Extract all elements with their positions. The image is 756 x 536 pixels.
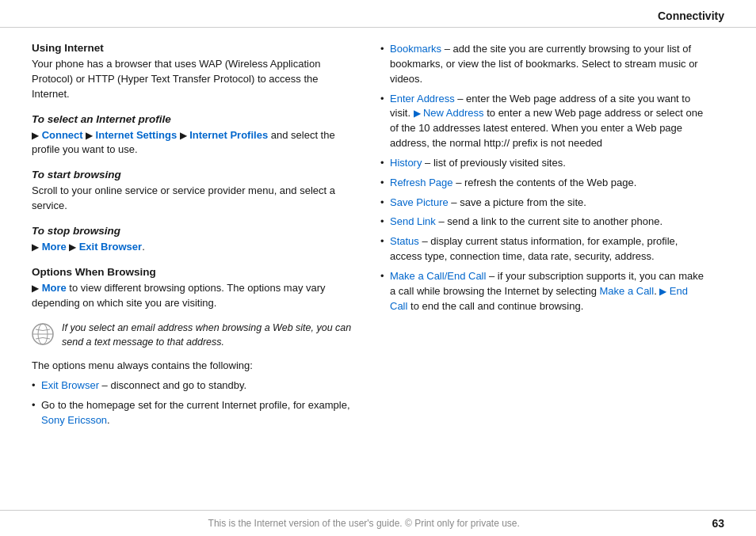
status-text: – display current status information, fo… xyxy=(390,235,678,262)
arrow-icon-2: ▶ xyxy=(86,130,95,141)
internet-profiles-link[interactable]: Internet Profiles xyxy=(189,129,268,141)
note-text: If you select an email address when brow… xyxy=(62,321,357,349)
left-column: Using Internet Your phone has a browser … xyxy=(32,42,357,433)
page: Connectivity Using Internet Your phone h… xyxy=(0,0,756,536)
save-picture-link[interactable]: Save Picture xyxy=(390,196,449,208)
enter-address-link[interactable]: Enter Address xyxy=(390,93,455,105)
send-link-text: – send a link to the current site to ano… xyxy=(438,215,662,227)
options-list: Exit Browser – disconnect and go to stan… xyxy=(32,378,357,428)
select-profile-title: To select an Internet profile xyxy=(32,113,357,125)
bullet-save-picture: Save Picture – save a picture from the s… xyxy=(380,196,705,211)
new-address-link[interactable]: New Address xyxy=(423,107,484,119)
status-link[interactable]: Status xyxy=(390,235,419,247)
make-call-link2[interactable]: Make a Call xyxy=(600,285,655,297)
bullet-send-link: Send Link – send a link to the current s… xyxy=(380,215,705,230)
refresh-page-text: – refresh the contents of the Web page. xyxy=(456,177,636,188)
page-header: Connectivity xyxy=(0,0,756,28)
bullet-exit-browser: Exit Browser – disconnect and go to stan… xyxy=(32,378,357,393)
call-text-2: . xyxy=(654,285,657,297)
bullet-status: Status – display current status informat… xyxy=(380,234,705,264)
arrow-icon-options: ▶ xyxy=(32,283,39,294)
note-row: If you select an email address when brow… xyxy=(32,321,357,349)
exit-browser-bullet-text: – disconnect and go to standby. xyxy=(102,379,247,391)
stop-browsing-title: To stop browsing xyxy=(32,225,357,237)
more-link-options[interactable]: More xyxy=(42,282,67,294)
call-text-3: to end the call and continue browsing. xyxy=(410,300,583,312)
history-text: – list of previously visited sites. xyxy=(425,157,566,169)
start-browsing-title: To start browsing xyxy=(32,169,357,181)
stop-browsing-body: ▶ More ▶ Exit Browser. xyxy=(32,240,357,255)
page-footer: This is the Internet version of the user… xyxy=(0,510,756,536)
arrow-icon-stop-1: ▶ xyxy=(32,241,39,253)
options-browsing-title: Options When Browsing xyxy=(32,266,357,278)
internet-settings-link[interactable]: Internet Settings xyxy=(96,129,178,141)
sony-ericsson-link[interactable]: Sony Ericsson xyxy=(41,414,107,426)
more-link-stop[interactable]: More xyxy=(42,241,67,253)
options-intro: The options menu always contains the fol… xyxy=(32,359,357,374)
bullet-make-call: Make a Call/End Call – if your subscript… xyxy=(380,269,705,314)
homepage-bullet-text: Go to the homepage set for the current I… xyxy=(41,399,350,411)
arrow-icon-call: ▶ xyxy=(659,286,669,297)
arrow-icon-3: ▶ xyxy=(180,130,189,141)
section-using-internet: Using Internet Your phone has a browser … xyxy=(32,42,357,102)
bullet2-end: . xyxy=(107,414,110,426)
bullet-bookmarks: Bookmarks – add the site you are current… xyxy=(380,42,705,87)
arrow-icon-1: ▶ xyxy=(32,130,39,141)
bullet-refresh-page: Refresh Page – refresh the contents of t… xyxy=(380,176,705,191)
connect-link[interactable]: Connect xyxy=(42,129,83,141)
bullet-enter-address: Enter Address – enter the Web page addre… xyxy=(380,92,705,151)
send-link-link[interactable]: Send Link xyxy=(390,215,436,227)
bullet-homepage: Go to the homepage set for the current I… xyxy=(32,398,357,428)
bookmarks-link[interactable]: Bookmarks xyxy=(390,43,441,55)
stop-period: . xyxy=(142,241,145,253)
footer-text: This is the Internet version of the user… xyxy=(32,518,696,529)
right-bullet-list: Bookmarks – add the site you are current… xyxy=(380,42,705,314)
make-call-link[interactable]: Make a Call/End Call xyxy=(390,270,486,282)
select-profile-body: ▶ Connect ▶ Internet Settings ▶ Internet… xyxy=(32,128,357,158)
exit-browser-bullet-link[interactable]: Exit Browser xyxy=(41,379,99,391)
section-start-browsing: To start browsing Scroll to your online … xyxy=(32,169,357,214)
bullet-history: History – list of previously visited sit… xyxy=(380,156,705,171)
arrow-icon-enter: ▶ xyxy=(414,108,423,119)
footer-page-number: 63 xyxy=(712,517,724,530)
options-browsing-body: ▶ More to view different browsing option… xyxy=(32,281,357,311)
using-internet-body: Your phone has a browser that uses WAP (… xyxy=(32,57,357,102)
options-body-text: to view different browsing options. The … xyxy=(32,282,326,309)
history-link[interactable]: History xyxy=(390,157,422,169)
page-title: Connectivity xyxy=(658,10,724,22)
section-options-browsing: Options When Browsing ▶ More to view dif… xyxy=(32,266,357,311)
main-content: Using Internet Your phone has a browser … xyxy=(0,28,756,433)
arrow-icon-stop-2: ▶ xyxy=(69,241,78,253)
save-picture-text: – save a picture from the site. xyxy=(451,196,586,208)
info-icon xyxy=(32,323,54,345)
start-browsing-body: Scroll to your online service or service… xyxy=(32,184,357,214)
section-select-profile: To select an Internet profile ▶ Connect … xyxy=(32,113,357,158)
refresh-page-link[interactable]: Refresh Page xyxy=(390,177,453,188)
section-stop-browsing: To stop browsing ▶ More ▶ Exit Browser. xyxy=(32,225,357,255)
using-internet-title: Using Internet xyxy=(32,42,357,54)
exit-browser-link[interactable]: Exit Browser xyxy=(79,241,142,253)
right-column: Bookmarks – add the site you are current… xyxy=(380,42,705,433)
